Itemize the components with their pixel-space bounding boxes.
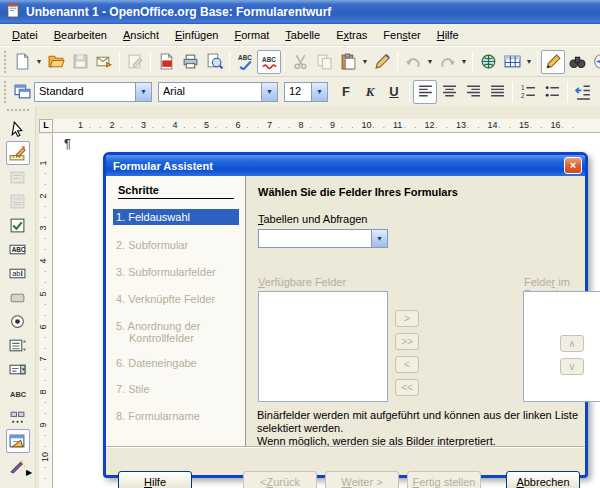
ruler-number: 1 [78,120,83,130]
edit-file-icon [123,50,147,74]
option-button-icon[interactable] [6,309,30,333]
menu-format[interactable]: Format [226,26,277,44]
chevron-down-icon[interactable]: ▼ [311,83,327,101]
check-box-icon[interactable] [6,213,30,237]
vertical-ruler[interactable]: 1··2··3··4··5··6··7··8··9··10·· [39,134,53,488]
insert-table-dropdown-icon[interactable]: ▼ [524,50,534,74]
redo-dropdown-icon: ▼ [459,50,469,74]
align-left-icon[interactable] [413,80,437,104]
wizard-step-1[interactable]: 1. Feldauswahl [113,209,239,225]
font-size-value[interactable]: 12 [285,83,311,101]
align-justify-icon[interactable] [485,80,509,104]
bullet-list-icon[interactable] [540,80,564,104]
insert-table-icon[interactable] [500,50,524,74]
toolbar-separator [119,52,120,72]
wizard-step-2[interactable]: 2. Subformular [113,237,239,253]
align-center-icon[interactable] [437,80,461,104]
dialog-title-bar[interactable]: Formular Assistent × [106,155,585,176]
list-box-icon[interactable] [6,333,30,357]
toolbar-separator [409,82,410,102]
increase-indent-icon[interactable] [595,80,600,104]
menu-ansicht[interactable]: Ansicht [115,26,167,44]
horizontal-ruler[interactable]: 1··2··3··4··5··6··7··8··9··10··11··12··1… [53,119,600,133]
navigator-icon[interactable] [589,50,600,74]
paste-icon[interactable] [336,50,360,74]
toolbar-separator [150,52,151,72]
cut-icon [288,50,312,74]
tables-and-queries-combo[interactable]: ▼ [258,229,388,248]
menu-fenster[interactable]: Fenster [375,26,428,44]
chevron-down-icon[interactable]: ▼ [261,83,277,101]
styles-icon[interactable] [10,80,34,104]
push-button-icon[interactable] [6,285,30,309]
bold[interactable]: F [334,80,358,104]
toolbar-grip[interactable] [7,109,29,115]
new-document-icon[interactable] [10,50,34,74]
ruler-number: 2 [39,193,48,198]
menu-datei[interactable]: Datei [4,26,46,44]
wizard-step-7[interactable]: 7. Stile [113,381,239,397]
menu-extras[interactable]: Extras [328,26,375,44]
text-field-icon[interactable]: ABC [6,381,30,405]
toolbar-grip[interactable] [4,51,6,73]
wizard-step-6[interactable]: 6. Dateneingabe [113,355,239,371]
menu-hilfe[interactable]: Hilfe [429,26,467,44]
wizard-step-4[interactable]: 4. Verknüpfte Felder [113,291,239,307]
paragraph-style-combo[interactable]: Standard ▼ [34,82,152,102]
open-document-icon[interactable] [44,50,68,74]
numbered-list-icon[interactable]: 12 [516,80,540,104]
tab-stop-selector[interactable]: L [39,119,53,133]
move-all-left-button: << [395,379,419,396]
underline[interactable]: U [382,80,406,104]
menu-einfgen[interactable]: Einfügen [167,26,226,44]
italic[interactable]: K [358,80,382,104]
window-title: Unbenannt 1 - OpenOffice.org Base: Formu… [26,5,331,19]
ruler-number: 9 [39,422,48,427]
combo-box-icon[interactable] [6,357,30,381]
menu-bearbeiten[interactable]: Bearbeiten [46,26,115,44]
decrease-indent-icon[interactable] [571,80,595,104]
align-right-icon[interactable] [461,80,485,104]
design-mode-toggle-icon[interactable] [6,141,30,165]
cancel-button[interactable]: Abbrechen [506,471,580,488]
spellcheck-icon[interactable]: ABC [233,50,257,74]
available-fields-list[interactable] [258,291,388,402]
more-controls-icon[interactable] [6,405,30,429]
autospellcheck-icon[interactable]: ABC [257,50,281,74]
font-name-combo[interactable]: Arial ▼ [158,82,278,102]
ruler-number: 3 [141,120,146,130]
tables-combo-value[interactable] [259,230,371,247]
font-name-value[interactable]: Arial [159,83,261,101]
label-field-icon[interactable]: ABC [6,237,30,261]
select-icon[interactable] [6,117,30,141]
app-icon [6,3,21,21]
ruler-number: 10 [362,120,372,130]
wizard-step-8[interactable]: 8. Formularname [113,408,239,424]
svg-text:ab: ab [12,269,20,278]
ruler-number: 8 [39,389,48,394]
help-button[interactable]: Hilfe [118,471,192,488]
email-document-icon[interactable] [92,50,116,74]
chevron-down-icon[interactable]: ▼ [371,230,387,247]
format-paintbrush-icon[interactable] [370,50,394,74]
menu-tabelle[interactable]: Tabelle [277,26,328,44]
paragraph-style-value[interactable]: Standard [35,83,135,101]
paste-dropdown-icon[interactable]: ▼ [360,50,370,74]
hyperlink-icon[interactable] [476,50,500,74]
binary-fields-note: Binärfelder werden mit aufgeführt und kö… [257,409,593,448]
design-mode-icon[interactable] [541,50,565,74]
form-design-icon[interactable] [6,429,30,453]
toolbar-grip[interactable] [4,81,6,103]
wizard-step-3[interactable]: 3. Subformularfelder [113,264,239,280]
chevron-down-icon[interactable]: ▼ [135,83,151,101]
page-preview-icon[interactable] [202,50,226,74]
print-file-icon[interactable] [178,50,202,74]
wizard-step-5[interactable]: 5. Anordnung der Kontrollfelder [113,318,239,346]
svg-text:ABC: ABC [238,54,252,61]
new-document-dropdown-icon[interactable]: ▼ [34,50,44,74]
export-pdf-icon[interactable] [154,50,178,74]
text-box-icon[interactable]: ab [6,261,30,285]
close-icon[interactable]: × [564,157,582,174]
find-replace-icon[interactable] [565,50,589,74]
font-size-combo[interactable]: 12 ▼ [284,82,328,102]
